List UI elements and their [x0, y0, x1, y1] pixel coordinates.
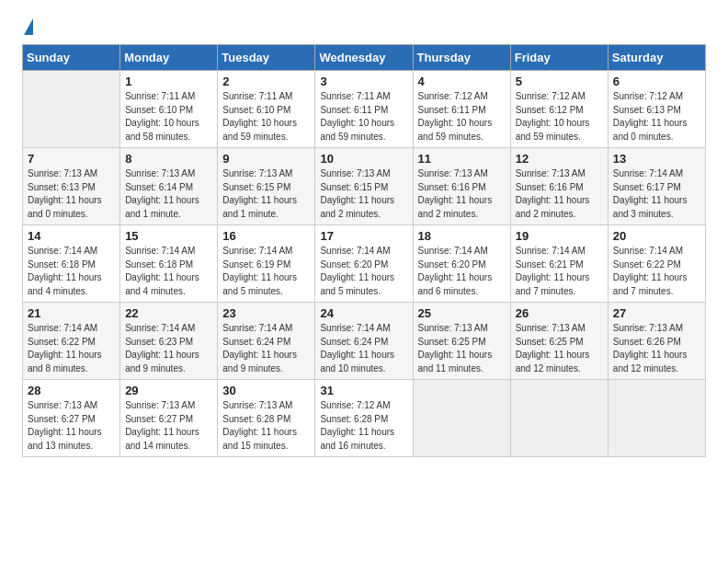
calendar-cell: 31Sunrise: 7:12 AMSunset: 6:28 PMDayligh… — [315, 380, 413, 457]
day-info: Sunrise: 7:12 AMSunset: 6:13 PMDaylight:… — [613, 90, 700, 144]
day-info: Sunrise: 7:14 AMSunset: 6:21 PMDaylight:… — [516, 245, 603, 298]
calendar-cell: 29Sunrise: 7:13 AMSunset: 6:27 PMDayligh… — [120, 380, 218, 457]
day-info: Sunrise: 7:12 AMSunset: 6:12 PMDaylight:… — [516, 90, 603, 144]
calendar-cell: 22Sunrise: 7:14 AMSunset: 6:23 PMDayligh… — [120, 303, 218, 380]
day-info: Sunrise: 7:13 AMSunset: 6:25 PMDaylight:… — [418, 322, 506, 375]
calendar-cell — [23, 71, 120, 148]
calendar-week-row: 1Sunrise: 7:11 AMSunset: 6:10 PMDaylight… — [23, 71, 706, 148]
day-number: 18 — [418, 229, 506, 243]
day-number: 25 — [418, 306, 506, 320]
day-number: 28 — [28, 384, 115, 397]
calendar-cell: 17Sunrise: 7:14 AMSunset: 6:20 PMDayligh… — [315, 225, 413, 303]
day-info: Sunrise: 7:13 AMSunset: 6:16 PMDaylight:… — [516, 167, 603, 221]
day-info: Sunrise: 7:14 AMSunset: 6:22 PMDaylight:… — [613, 245, 700, 298]
day-number: 21 — [28, 306, 115, 320]
calendar-cell — [510, 380, 608, 457]
day-number: 4 — [418, 75, 506, 88]
day-info: Sunrise: 7:14 AMSunset: 6:24 PMDaylight:… — [222, 322, 310, 375]
column-header-saturday: Saturday — [608, 45, 705, 71]
day-number: 1 — [125, 75, 212, 88]
calendar-cell: 20Sunrise: 7:14 AMSunset: 6:22 PMDayligh… — [608, 225, 705, 303]
column-header-thursday: Thursday — [413, 45, 510, 71]
calendar-cell: 26Sunrise: 7:13 AMSunset: 6:25 PMDayligh… — [510, 303, 608, 380]
calendar-cell: 2Sunrise: 7:11 AMSunset: 6:10 PMDaylight… — [218, 71, 315, 148]
day-info: Sunrise: 7:13 AMSunset: 6:26 PMDaylight:… — [613, 322, 700, 375]
day-info: Sunrise: 7:12 AMSunset: 6:11 PMDaylight:… — [418, 90, 506, 144]
day-number: 16 — [222, 229, 310, 243]
day-info: Sunrise: 7:14 AMSunset: 6:17 PMDaylight:… — [613, 167, 700, 221]
calendar-cell: 21Sunrise: 7:14 AMSunset: 6:22 PMDayligh… — [23, 303, 120, 380]
day-number: 26 — [516, 306, 603, 320]
calendar-cell: 30Sunrise: 7:13 AMSunset: 6:28 PMDayligh… — [218, 380, 315, 457]
calendar-week-row: 7Sunrise: 7:13 AMSunset: 6:13 PMDaylight… — [23, 148, 706, 225]
day-info: Sunrise: 7:14 AMSunset: 6:22 PMDaylight:… — [28, 322, 115, 375]
calendar-cell: 12Sunrise: 7:13 AMSunset: 6:16 PMDayligh… — [510, 148, 608, 225]
calendar-cell: 16Sunrise: 7:14 AMSunset: 6:19 PMDayligh… — [218, 225, 315, 303]
calendar-week-row: 21Sunrise: 7:14 AMSunset: 6:22 PMDayligh… — [23, 303, 706, 380]
day-number: 17 — [320, 229, 407, 243]
column-header-wednesday: Wednesday — [315, 45, 413, 71]
calendar-cell: 11Sunrise: 7:13 AMSunset: 6:16 PMDayligh… — [413, 148, 510, 225]
day-number: 7 — [28, 152, 115, 166]
calendar-cell: 1Sunrise: 7:11 AMSunset: 6:10 PMDaylight… — [120, 71, 218, 148]
day-number: 14 — [28, 229, 115, 243]
day-number: 8 — [125, 152, 212, 166]
calendar-cell: 28Sunrise: 7:13 AMSunset: 6:27 PMDayligh… — [23, 380, 120, 457]
column-header-sunday: Sunday — [23, 45, 120, 71]
calendar-cell: 14Sunrise: 7:14 AMSunset: 6:18 PMDayligh… — [23, 225, 120, 303]
day-info: Sunrise: 7:14 AMSunset: 6:20 PMDaylight:… — [320, 245, 407, 298]
day-info: Sunrise: 7:13 AMSunset: 6:13 PMDaylight:… — [28, 167, 115, 221]
calendar-cell: 18Sunrise: 7:14 AMSunset: 6:20 PMDayligh… — [413, 225, 510, 303]
day-info: Sunrise: 7:13 AMSunset: 6:27 PMDaylight:… — [125, 399, 212, 453]
day-number: 15 — [125, 229, 212, 243]
day-info: Sunrise: 7:13 AMSunset: 6:14 PMDaylight:… — [125, 167, 212, 221]
calendar-table: SundayMondayTuesdayWednesdayThursdayFrid… — [22, 44, 706, 457]
day-number: 22 — [125, 306, 212, 320]
day-number: 5 — [516, 75, 603, 88]
calendar-cell: 13Sunrise: 7:14 AMSunset: 6:17 PMDayligh… — [608, 148, 705, 225]
day-number: 30 — [222, 384, 310, 397]
day-number: 31 — [320, 384, 407, 397]
day-info: Sunrise: 7:13 AMSunset: 6:15 PMDaylight:… — [320, 167, 407, 221]
calendar-cell — [413, 380, 510, 457]
day-number: 13 — [613, 152, 700, 166]
day-info: Sunrise: 7:14 AMSunset: 6:20 PMDaylight:… — [418, 245, 506, 298]
day-number: 24 — [320, 306, 407, 320]
day-info: Sunrise: 7:14 AMSunset: 6:18 PMDaylight:… — [125, 245, 212, 298]
logo — [22, 18, 33, 37]
day-info: Sunrise: 7:14 AMSunset: 6:19 PMDaylight:… — [222, 245, 310, 298]
calendar-week-row: 14Sunrise: 7:14 AMSunset: 6:18 PMDayligh… — [23, 225, 706, 303]
day-number: 19 — [516, 229, 603, 243]
calendar-cell: 24Sunrise: 7:14 AMSunset: 6:24 PMDayligh… — [315, 303, 413, 380]
day-number: 11 — [418, 152, 506, 166]
calendar-cell: 15Sunrise: 7:14 AMSunset: 6:18 PMDayligh… — [120, 225, 218, 303]
page-header — [22, 18, 706, 37]
calendar-cell: 4Sunrise: 7:12 AMSunset: 6:11 PMDaylight… — [413, 71, 510, 148]
day-info: Sunrise: 7:12 AMSunset: 6:28 PMDaylight:… — [320, 399, 407, 453]
day-info: Sunrise: 7:11 AMSunset: 6:11 PMDaylight:… — [320, 90, 407, 144]
calendar-header-row: SundayMondayTuesdayWednesdayThursdayFrid… — [23, 45, 706, 71]
day-number: 23 — [222, 306, 310, 320]
calendar-cell: 25Sunrise: 7:13 AMSunset: 6:25 PMDayligh… — [413, 303, 510, 380]
calendar-cell — [608, 380, 705, 457]
day-number: 10 — [320, 152, 407, 166]
day-info: Sunrise: 7:14 AMSunset: 6:23 PMDaylight:… — [125, 322, 212, 375]
day-info: Sunrise: 7:13 AMSunset: 6:16 PMDaylight:… — [418, 167, 506, 221]
day-number: 20 — [613, 229, 700, 243]
column-header-friday: Friday — [510, 45, 608, 71]
calendar-cell: 8Sunrise: 7:13 AMSunset: 6:14 PMDaylight… — [120, 148, 218, 225]
calendar-cell: 27Sunrise: 7:13 AMSunset: 6:26 PMDayligh… — [608, 303, 705, 380]
day-number: 6 — [613, 75, 700, 88]
calendar-week-row: 28Sunrise: 7:13 AMSunset: 6:27 PMDayligh… — [23, 380, 706, 457]
day-number: 12 — [516, 152, 603, 166]
day-number: 29 — [125, 384, 212, 397]
calendar-cell: 10Sunrise: 7:13 AMSunset: 6:15 PMDayligh… — [315, 148, 413, 225]
column-header-tuesday: Tuesday — [218, 45, 315, 71]
calendar-cell: 6Sunrise: 7:12 AMSunset: 6:13 PMDaylight… — [608, 71, 705, 148]
logo-triangle-icon — [24, 18, 33, 35]
day-info: Sunrise: 7:13 AMSunset: 6:25 PMDaylight:… — [516, 322, 603, 375]
column-header-monday: Monday — [120, 45, 218, 71]
day-number: 27 — [613, 306, 700, 320]
calendar-cell: 5Sunrise: 7:12 AMSunset: 6:12 PMDaylight… — [510, 71, 608, 148]
day-number: 9 — [222, 152, 310, 166]
